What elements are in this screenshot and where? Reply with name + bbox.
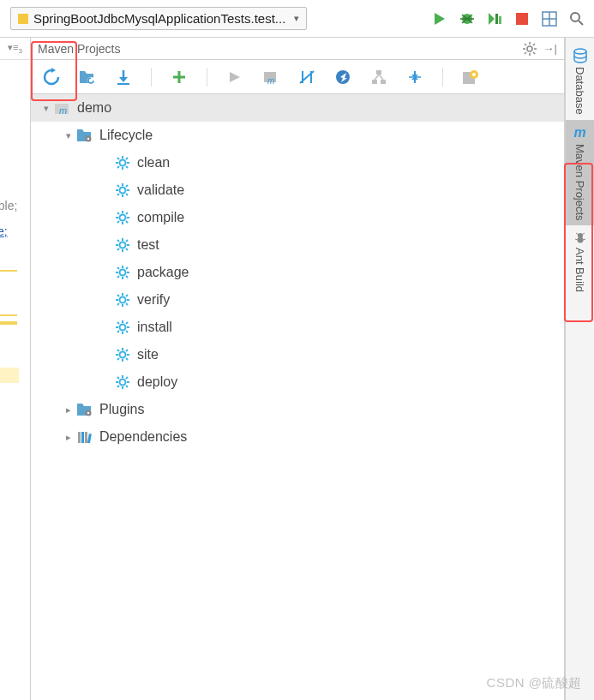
lifecycle-goal-label: package bbox=[137, 265, 189, 280]
tree-root-demo[interactable]: ▾ m demo bbox=[31, 94, 564, 122]
tree-lifecycle[interactable]: ▾ Lifecycle bbox=[31, 122, 564, 149]
svg-text:m: m bbox=[267, 76, 274, 84]
watermark: CSDN @硫酸超 bbox=[487, 675, 582, 691]
gear-icon bbox=[113, 292, 132, 308]
tree-root-label: demo bbox=[77, 100, 111, 116]
gutter-tab[interactable]: ▾≡3 bbox=[0, 38, 30, 60]
lifecycle-goal-compile[interactable]: compile bbox=[31, 204, 564, 231]
lifecycle-goal-label: deploy bbox=[137, 374, 177, 390]
gear-icon bbox=[113, 265, 132, 280]
svg-line-88 bbox=[126, 248, 128, 250]
generate-sources-button[interactable] bbox=[77, 67, 98, 87]
svg-point-109 bbox=[120, 325, 126, 331]
lifecycle-goal-label: site bbox=[137, 347, 159, 362]
svg-line-69 bbox=[117, 185, 119, 187]
collapse-all-button[interactable] bbox=[405, 67, 425, 87]
reimport-button[interactable] bbox=[41, 67, 62, 87]
lifecycle-goal-site[interactable]: site bbox=[31, 341, 564, 368]
svg-line-72 bbox=[126, 185, 128, 187]
svg-line-42 bbox=[379, 75, 383, 80]
svg-line-135 bbox=[126, 377, 128, 379]
execute-goal-button[interactable]: m bbox=[261, 67, 281, 87]
lifecycle-goal-deploy[interactable]: deploy bbox=[31, 368, 564, 396]
run-config-dropdown[interactable]: SpringBootJdbcMysqlApplicationTests.test… bbox=[10, 7, 307, 30]
rail-maven-label: Maven Projects bbox=[573, 144, 586, 221]
gear-icon bbox=[113, 237, 132, 253]
lifecycle-goal-label: install bbox=[137, 320, 172, 335]
lifecycle-goal-clean[interactable]: clean bbox=[31, 149, 564, 176]
svg-rect-141 bbox=[87, 434, 92, 443]
rail-maven-projects[interactable]: m Maven Projects bbox=[566, 120, 594, 226]
svg-line-114 bbox=[117, 322, 119, 324]
top-toolbar: SpringBootJdbcMysqlApplicationTests.test… bbox=[0, 0, 594, 38]
gear-icon bbox=[113, 210, 132, 225]
svg-point-144 bbox=[577, 237, 583, 243]
lifecycle-goal-label: validate bbox=[137, 182, 184, 198]
toggle-skip-tests-button[interactable] bbox=[333, 67, 353, 87]
svg-line-107 bbox=[117, 303, 119, 305]
lifecycle-goal-label: test bbox=[137, 237, 159, 253]
svg-point-91 bbox=[120, 270, 126, 276]
svg-rect-138 bbox=[78, 432, 81, 443]
svg-rect-38 bbox=[376, 70, 381, 75]
svg-rect-7 bbox=[499, 16, 501, 24]
lifecycle-goal-validate[interactable]: validate bbox=[31, 176, 564, 204]
tree-lifecycle-label: Lifecycle bbox=[99, 128, 153, 143]
run-coverage-button[interactable] bbox=[483, 7, 507, 31]
expand-arrow-icon[interactable]: ▾ bbox=[39, 103, 53, 114]
svg-point-137 bbox=[87, 412, 89, 414]
download-sources-button[interactable] bbox=[113, 67, 134, 87]
lifecycle-goal-verify[interactable]: verify bbox=[31, 286, 564, 314]
svg-rect-8 bbox=[516, 13, 528, 25]
svg-line-79 bbox=[126, 221, 128, 223]
run-maven-button[interactable] bbox=[225, 67, 245, 87]
lifecycle-goal-label: verify bbox=[137, 292, 170, 308]
hide-icon[interactable]: →| bbox=[543, 42, 557, 56]
gear-icon bbox=[113, 155, 132, 171]
stop-button[interactable] bbox=[510, 7, 534, 31]
gear-icon bbox=[113, 374, 132, 390]
svg-line-123 bbox=[117, 350, 119, 351]
layout-button[interactable] bbox=[537, 7, 561, 31]
svg-point-14 bbox=[527, 46, 532, 51]
svg-line-117 bbox=[126, 322, 128, 324]
svg-line-96 bbox=[117, 267, 119, 269]
tree-plugins-label: Plugins bbox=[99, 402, 144, 417]
svg-line-41 bbox=[375, 75, 379, 80]
show-dependencies-button[interactable] bbox=[369, 67, 389, 87]
ant-icon bbox=[573, 230, 587, 244]
svg-rect-139 bbox=[81, 432, 84, 443]
add-project-button[interactable] bbox=[169, 67, 189, 87]
run-button[interactable] bbox=[428, 7, 452, 31]
debug-button[interactable] bbox=[455, 7, 479, 31]
svg-line-99 bbox=[126, 267, 128, 269]
rail-ant-label: Ant Build bbox=[573, 248, 586, 292]
run-config-icon bbox=[18, 14, 28, 24]
maven-settings-button[interactable] bbox=[460, 67, 481, 87]
svg-line-124 bbox=[126, 358, 128, 360]
svg-line-71 bbox=[117, 194, 119, 195]
tree-plugins[interactable]: ▸ Plugins bbox=[31, 396, 564, 423]
tree-dependencies[interactable]: ▸ Dependencies bbox=[31, 423, 564, 451]
svg-line-115 bbox=[126, 331, 128, 332]
rail-ant-build[interactable]: Ant Build bbox=[566, 225, 594, 297]
lifecycle-goal-test[interactable]: test bbox=[31, 231, 564, 259]
lifecycle-goal-package[interactable]: package bbox=[31, 259, 564, 286]
svg-marker-23 bbox=[51, 68, 56, 73]
svg-point-100 bbox=[120, 297, 126, 303]
svg-marker-30 bbox=[230, 72, 240, 82]
svg-line-20 bbox=[533, 52, 535, 54]
svg-rect-40 bbox=[381, 80, 386, 84]
collapse-arrow-icon[interactable]: ▸ bbox=[62, 404, 75, 416]
toggle-offline-button[interactable] bbox=[297, 67, 317, 87]
svg-point-142 bbox=[574, 49, 586, 54]
panel-title: Maven Projects bbox=[38, 42, 120, 56]
svg-line-89 bbox=[117, 248, 119, 250]
maven-toolbar: m bbox=[31, 60, 564, 94]
gear-icon[interactable] bbox=[523, 42, 537, 56]
lifecycle-goal-install[interactable]: install bbox=[31, 314, 564, 341]
rail-database[interactable]: Database bbox=[566, 43, 594, 120]
expand-arrow-icon[interactable]: ▾ bbox=[62, 130, 75, 141]
search-everywhere-button[interactable] bbox=[565, 7, 589, 31]
collapse-arrow-icon[interactable]: ▸ bbox=[62, 432, 75, 443]
